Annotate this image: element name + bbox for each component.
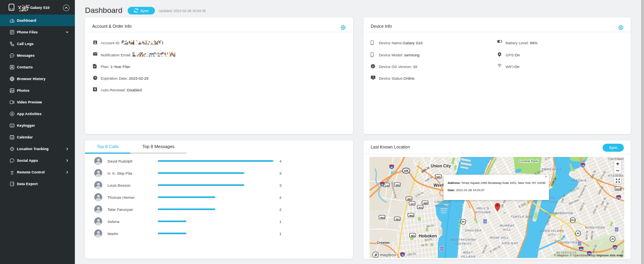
svg-text:mapbox: mapbox [380, 252, 396, 257]
svg-text:95: 95 [381, 184, 384, 186]
svg-text:495: 495 [580, 249, 583, 251]
svg-text:672: 672 [419, 206, 423, 209]
svg-text:LINCOLN: LINCOLN [435, 200, 450, 204]
svg-text:25: 25 [611, 238, 614, 240]
svg-text:495: 495 [404, 169, 409, 172]
svg-text:Central Park: Central Park [519, 159, 538, 163]
svg-text:HILL: HILL [503, 228, 511, 231]
svg-text:WEST: WEST [463, 251, 473, 254]
svg-text:ROSE HILL: ROSE HILL [490, 236, 509, 239]
svg-text:CITY: CITY [548, 233, 556, 237]
svg-text:663: 663 [409, 214, 414, 217]
svg-text:278: 278 [613, 247, 617, 249]
svg-text:GCP: GCP [616, 188, 621, 190]
svg-text:$: $ [94, 88, 96, 91]
svg-text:9A: 9A [462, 221, 465, 223]
svg-text:591: 591 [396, 184, 400, 186]
svg-text:MURRAY: MURRAY [500, 224, 514, 227]
svg-text:MEATPACKING: MEATPACKING [451, 238, 477, 241]
svg-text:QUEENSBRIDGE: QUEENSBRIDGE [545, 211, 573, 215]
svg-text:YORKVILLE: YORKVILLE [542, 167, 562, 171]
svg-text:501: 501 [396, 218, 400, 221]
svg-text:DISTRICT: DISTRICT [456, 242, 472, 245]
svg-text:VILLAGE: VILLAGE [460, 255, 476, 258]
svg-text:25A: 25A [570, 219, 575, 221]
svg-text:evelt: evelt [549, 196, 556, 200]
svg-text:12: 12 [11, 136, 13, 138]
svg-text:HARBOR: HARBOR [435, 204, 450, 208]
svg-text:SUNNYSIDE: SUNNYSIDE [585, 226, 606, 229]
svg-text:653: 653 [380, 217, 385, 219]
svg-text:278: 278 [617, 197, 620, 199]
svg-text:KIPS BAY: KIPS BAY [502, 241, 518, 245]
svg-text:78: 78 [401, 254, 404, 256]
svg-text:681: 681 [411, 235, 415, 237]
svg-text:1-9: 1-9 [385, 184, 389, 187]
svg-text:685: 685 [423, 202, 428, 204]
svg-text:© Mapbox © OpenStreetMap Impro: © Mapbox © OpenStreetMap Improve this ma… [554, 254, 623, 257]
svg-text:505: 505 [436, 176, 441, 178]
svg-text:Union City: Union City [431, 164, 451, 168]
svg-text:Island: Island [549, 200, 557, 204]
svg-text:KITCHEN: KITCHEN [475, 210, 491, 214]
svg-text:681: 681 [407, 198, 412, 200]
svg-text:Hoboken: Hoboken [419, 233, 437, 238]
svg-text:CHELSEA: CHELSEA [465, 229, 481, 232]
svg-text:LONG ISLAND: LONG ISLAND [540, 229, 564, 233]
svg-text:617: 617 [411, 203, 415, 205]
svg-text:ASTORIA: ASTORIA [571, 179, 586, 182]
svg-text:SUNNYSIDE: SUNNYSIDE [560, 241, 581, 244]
svg-text:HELL'S: HELL'S [477, 206, 489, 210]
svg-text:95: 95 [390, 167, 393, 169]
svg-text:278: 278 [581, 165, 584, 167]
svg-text:25: 25 [577, 232, 580, 235]
svg-text:TURTLE BAY: TURTLE BAY [511, 215, 533, 219]
svg-text:Croxton: Croxton [377, 241, 390, 245]
